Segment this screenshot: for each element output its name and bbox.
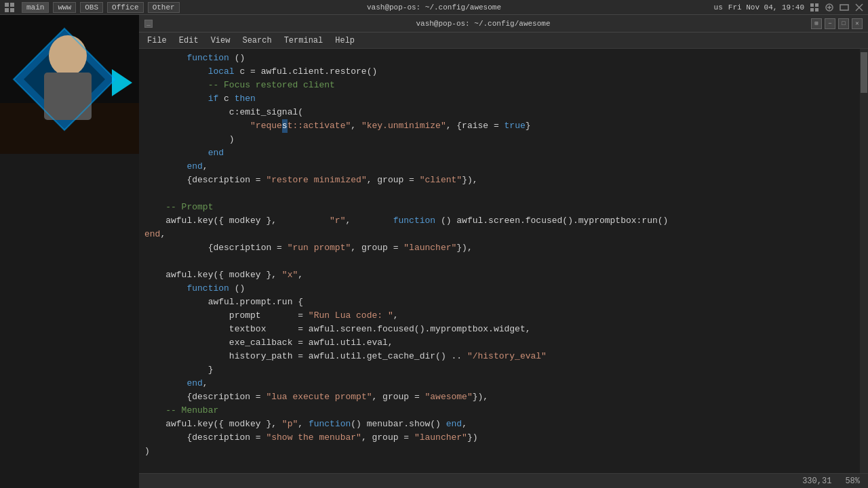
code-line-28: awful.key({ modkey }, "p", function() me… bbox=[139, 418, 860, 431]
code-line-29: {description = "show the menubar", group… bbox=[139, 431, 860, 445]
taskbar-icon4 bbox=[854, 3, 864, 12]
code-line-11 bbox=[139, 187, 860, 201]
menu-help[interactable]: Help bbox=[330, 35, 360, 47]
taskbar-app-other[interactable]: Other bbox=[148, 2, 180, 13]
taskbar-app-obs[interactable]: OBS bbox=[80, 2, 103, 13]
status-bar: 330,31 58% bbox=[139, 473, 868, 488]
title-bar-right: ⊞ − □ ✕ bbox=[811, 18, 863, 29]
taskbar-app-main[interactable]: main bbox=[22, 2, 49, 13]
svg-rect-12 bbox=[810, 3, 814, 7]
code-line-27: -- Menubar bbox=[139, 404, 860, 418]
code-line-19: awful.prompt.run { bbox=[139, 296, 860, 309]
taskbar-icon1 bbox=[810, 3, 819, 12]
window-min-btn[interactable]: − bbox=[825, 18, 835, 29]
code-line-31 bbox=[139, 458, 860, 472]
taskbar-left: main www OBS Office Other bbox=[4, 2, 180, 13]
menu-file[interactable]: File bbox=[142, 35, 172, 47]
code-line-24: } bbox=[139, 363, 860, 377]
code-line-18: function () bbox=[139, 282, 860, 296]
datetime-label: Fri Nov 04, 19:40 bbox=[728, 3, 804, 12]
svg-rect-11 bbox=[10, 8, 14, 12]
code-line-20: prompt = "Run Lua code: ", bbox=[139, 309, 860, 323]
svg-rect-14 bbox=[810, 8, 814, 12]
code-line-16 bbox=[139, 255, 860, 268]
svg-rect-10 bbox=[5, 8, 9, 12]
scrollbar[interactable] bbox=[860, 49, 868, 473]
title-bar: _ vash@pop-os: ~/.config/awesome ⊞ − □ ✕ bbox=[139, 15, 868, 33]
code-line-2: local c = awful.client.restore() bbox=[139, 65, 860, 79]
taskbar: main www OBS Office Other vash@pop-os: ~… bbox=[0, 0, 868, 15]
svg-rect-9 bbox=[10, 3, 14, 7]
code-line-6: "request::activate", "key.unminimize", {… bbox=[139, 119, 860, 133]
menu-search[interactable]: Search bbox=[237, 35, 277, 47]
scrollbar-thumb[interactable] bbox=[861, 52, 867, 93]
taskbar-right: us Fri Nov 04, 19:40 bbox=[714, 3, 864, 12]
code-line-14: end, bbox=[139, 228, 860, 241]
svg-point-4 bbox=[49, 35, 87, 76]
code-line-10: {description = "restore minimized", grou… bbox=[139, 174, 860, 187]
svg-rect-15 bbox=[815, 8, 818, 12]
code-line-4: if c then bbox=[139, 92, 860, 106]
menu-view[interactable]: View bbox=[205, 35, 236, 47]
code-line-7: ) bbox=[139, 133, 860, 146]
code-line-32: clientkeys = gears.table.join( bbox=[139, 472, 860, 473]
window-tile-btn[interactable]: ⊞ bbox=[811, 18, 822, 29]
taskbar-window-title: vash@pop-os: ~/.config/awesome bbox=[367, 3, 501, 12]
code-line-9: end, bbox=[139, 160, 860, 174]
code-line-17: awful.key({ modkey }, "x", bbox=[139, 268, 860, 282]
scroll-percentage: 58% bbox=[845, 476, 860, 486]
svg-rect-19 bbox=[840, 5, 848, 10]
code-line-1: function () bbox=[139, 52, 860, 65]
menu-terminal[interactable]: Terminal bbox=[279, 35, 329, 47]
taskbar-app-office[interactable]: Office bbox=[107, 2, 144, 13]
locale-label: us bbox=[714, 3, 723, 12]
window-close-btn[interactable]: ✕ bbox=[852, 18, 863, 29]
svg-rect-5 bbox=[44, 73, 92, 120]
code-line-13: awful.key({ modkey }, "r", function () a… bbox=[139, 214, 860, 228]
window-minimize-btn[interactable]: _ bbox=[144, 20, 153, 28]
code-line-5: c:emit_signal( bbox=[139, 106, 860, 119]
taskbar-icon2 bbox=[825, 3, 834, 12]
code-line-8: end bbox=[139, 146, 860, 160]
code-line-12: -- Prompt bbox=[139, 201, 860, 214]
cursor-position: 330,31 bbox=[802, 476, 831, 486]
code-line-3: -- Focus restored client bbox=[139, 79, 860, 92]
taskbar-icon3 bbox=[840, 3, 849, 12]
code-content[interactable]: function () local c = awful.client.resto… bbox=[139, 49, 860, 473]
terminal-window: _ vash@pop-os: ~/.config/awesome ⊞ − □ ✕… bbox=[139, 15, 868, 488]
menu-edit[interactable]: Edit bbox=[174, 35, 204, 47]
title-bar-left: _ bbox=[144, 20, 155, 28]
webcam-overlay bbox=[0, 15, 139, 154]
window-max-btn[interactable]: □ bbox=[838, 18, 849, 29]
code-line-26: {description = "lua execute prompt", gro… bbox=[139, 390, 860, 404]
code-area: function () local c = awful.client.resto… bbox=[139, 49, 868, 473]
svg-rect-8 bbox=[5, 3, 9, 7]
grid-icon bbox=[4, 2, 15, 13]
code-line-15: {description = "run prompt", group = "la… bbox=[139, 241, 860, 255]
svg-rect-13 bbox=[815, 3, 818, 7]
code-line-30: ) bbox=[139, 445, 860, 458]
code-line-22: exe_callback = awful.util.eval, bbox=[139, 336, 860, 350]
title-text: vash@pop-os: ~/.config/awesome bbox=[416, 20, 550, 28]
menu-bar: File Edit View Search Terminal Help bbox=[139, 33, 868, 49]
taskbar-app-www[interactable]: www bbox=[53, 2, 76, 13]
code-line-23: history_path = awful.util.get_cache_dir(… bbox=[139, 350, 860, 363]
code-line-25: end, bbox=[139, 377, 860, 390]
code-line-21: textbox = awful.screen.focused().mypromp… bbox=[139, 323, 860, 336]
